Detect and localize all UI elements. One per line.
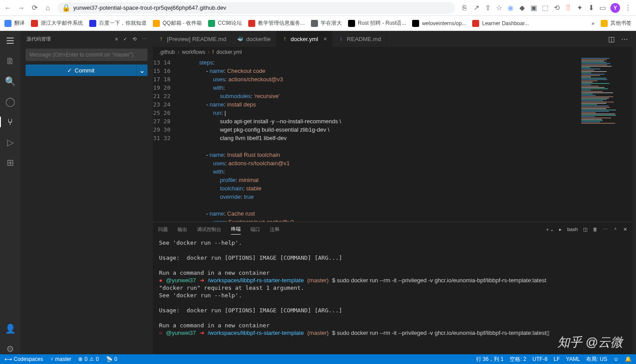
bookmark-item[interactable]: QQ邮箱 - 收件箱 xyxy=(153,19,202,27)
editor-area: ![Preview] README.md🐳dockerfile!docker.y… xyxy=(153,31,632,354)
ext6-icon[interactable]: ⦙⦙⦙ xyxy=(564,4,572,11)
download-icon[interactable]: ⬇ xyxy=(587,4,594,11)
encoding-status[interactable]: UTF-8 xyxy=(533,356,548,362)
bookmark-item[interactable]: 浙江大学邮件系统 xyxy=(31,19,83,27)
panel-tab[interactable]: 问题 xyxy=(158,224,168,235)
minimap[interactable] xyxy=(579,57,632,222)
layout-status[interactable]: 布局: US xyxy=(586,356,607,363)
forward-icon[interactable]: → xyxy=(18,4,25,11)
search-icon[interactable]: 🔍 xyxy=(5,76,15,87)
maximize-panel-icon[interactable]: ＾ xyxy=(613,226,618,233)
commit-button[interactable]: ✓ Commit xyxy=(26,64,136,76)
install-icon[interactable]: ⎘ xyxy=(461,4,468,11)
panel-tab[interactable]: 端口 xyxy=(250,224,260,235)
kill-terminal-icon[interactable]: 🗑 xyxy=(593,227,598,232)
panel-tab[interactable]: 调试控制台 xyxy=(197,224,221,235)
bookmark-item[interactable]: CC98论坛 xyxy=(208,19,242,27)
view-tree-icon[interactable]: ≡ xyxy=(115,36,118,42)
open-external-icon[interactable]: ↗ xyxy=(473,4,480,11)
settings-gear-icon[interactable]: ⚙ xyxy=(5,344,15,354)
bookmark-item[interactable]: Rust 招聘 - Rust语... xyxy=(348,19,406,27)
source-control-icon[interactable]: ⑂ xyxy=(0,117,20,127)
language-status[interactable]: YAML xyxy=(566,356,580,362)
close-panel-icon[interactable]: ✕ xyxy=(623,227,627,232)
new-terminal-icon[interactable]: ＋⌄ xyxy=(545,226,554,233)
extensions-panel-icon[interactable]: ⊞ xyxy=(5,157,15,168)
panel-tab[interactable]: 注释 xyxy=(270,224,280,235)
bookmark-item[interactable]: 百度一下，你就知道 xyxy=(89,19,147,27)
bookmark-item[interactable]: 学在浙大 xyxy=(311,19,342,27)
run-debug-icon[interactable]: ▷ xyxy=(5,137,15,148)
file-icon: 🐳 xyxy=(237,36,243,42)
breadcrumb-item[interactable]: workflows xyxy=(182,49,205,55)
home-icon[interactable]: ⌂ xyxy=(44,4,51,11)
indent-status[interactable]: 空格: 2 xyxy=(510,356,526,363)
ext4-icon[interactable]: ⬚ xyxy=(541,4,549,11)
branch-status[interactable]: ⑂ master xyxy=(50,356,72,362)
source-control-sidebar: 源代码管理 ≡ ✓ ⟲ ⋯ ✓ Commit ⌄ xyxy=(20,31,153,354)
commit-message-input[interactable] xyxy=(26,49,148,61)
editor-tab[interactable]: !docker.yml× xyxy=(276,31,333,47)
lock-icon: 🔒 xyxy=(63,4,70,11)
terminal-profile-icon[interactable]: ▸ xyxy=(559,227,562,232)
bookmarks-overflow-icon[interactable]: » xyxy=(591,20,594,27)
bookmark-item[interactable]: 其他书签 xyxy=(601,19,632,27)
split-editor-icon[interactable]: ◫ xyxy=(608,35,615,43)
notifications-icon[interactable]: 🔔 xyxy=(625,356,632,362)
cursor-position[interactable]: 行 36，列 1 xyxy=(476,356,504,363)
breadcrumb[interactable]: .github›workflows›! docker.yml xyxy=(153,47,632,57)
menu-icon[interactable]: ⋮ xyxy=(625,4,632,11)
eol-status[interactable]: LF xyxy=(554,356,560,362)
editor-tabs: ![Preview] README.md🐳dockerfile!docker.y… xyxy=(153,31,632,47)
panel-tab[interactable]: 输出 xyxy=(178,224,187,235)
bottom-panel: 问题输出调试控制台终端端口注释 ＋⌄ ▸ bash ◫ 🗑 ⋯ ＾ ✕ See … xyxy=(153,222,632,354)
extensions-icon[interactable]: ✦ xyxy=(576,4,583,11)
close-tab-icon[interactable]: × xyxy=(323,35,327,42)
breadcrumb-item[interactable]: docker.yml xyxy=(216,49,242,55)
reload-icon[interactable]: ⟳ xyxy=(31,4,38,11)
status-bar: ⟷ Codespaces ⑂ master ⊗ 0 ⚠ 0 📡 0 行 36，列… xyxy=(0,354,636,364)
codespaces-status[interactable]: ⟷ Codespaces xyxy=(4,356,43,362)
more-icon[interactable]: ⋯ xyxy=(142,36,147,42)
feedback-icon[interactable]: ☺ xyxy=(613,356,619,362)
refresh-icon[interactable]: ⟲ xyxy=(132,36,136,42)
panel-more-icon[interactable]: ⋯ xyxy=(603,227,608,232)
editor-tab[interactable]: 🐳dockerfile xyxy=(232,31,276,47)
reading-list-icon[interactable]: ▭ xyxy=(599,4,606,11)
ext2-icon[interactable]: ◆ xyxy=(519,4,526,11)
menu-toggle[interactable] xyxy=(5,35,15,46)
accounts-icon[interactable]: 👤 xyxy=(5,323,15,334)
terminal-output[interactable]: See 'docker run --help'. Usage: docker r… xyxy=(153,236,632,354)
split-terminal-icon[interactable]: ◫ xyxy=(583,227,587,232)
bookmark-item[interactable]: 教学管理信息服务... xyxy=(248,19,305,27)
right-rail xyxy=(632,31,636,354)
commit-check-icon[interactable]: ✓ xyxy=(123,36,127,42)
sidebar-title: 源代码管理 xyxy=(26,36,51,42)
panel-tab[interactable]: 终端 xyxy=(231,224,241,235)
editor-tab[interactable]: ![Preview] README.md xyxy=(153,31,232,47)
code-editor[interactable]: steps: - name: Checkout code uses: actio… xyxy=(178,57,579,222)
bookmark-item[interactable]: 翻译 xyxy=(4,19,25,27)
file-icon: i xyxy=(338,36,344,42)
star-icon[interactable]: ☆ xyxy=(496,4,503,11)
back-icon[interactable]: ← xyxy=(4,4,11,11)
terminal-shell-label[interactable]: bash xyxy=(567,227,578,232)
url-bar[interactable]: 🔒 yunwei37-potential-space-trout-rpr5qwj… xyxy=(57,2,455,14)
ext1-icon[interactable]: ◉ xyxy=(507,4,514,11)
line-gutter: 13 14 15 16 17 18 19 20 21 22 23 24 25 2… xyxy=(153,57,178,222)
editor-tab[interactable]: iREADME.md xyxy=(333,31,386,47)
problems-status[interactable]: ⊗ 0 ⚠ 0 xyxy=(78,356,98,362)
share-icon[interactable]: ⇪ xyxy=(484,4,491,11)
profile-avatar[interactable]: Y xyxy=(610,3,620,13)
commit-dropdown[interactable]: ⌄ xyxy=(136,64,148,76)
bookmark-item[interactable]: weloveinterns/op... xyxy=(412,20,466,27)
ext3-icon[interactable]: ▣ xyxy=(530,4,537,11)
explorer-icon[interactable]: 🗎 xyxy=(5,56,15,66)
breadcrumb-item[interactable]: .github xyxy=(159,49,175,55)
github-icon[interactable]: ◯ xyxy=(5,96,15,107)
ext5-icon[interactable]: ⟲ xyxy=(553,4,560,11)
tab-more-icon[interactable]: ⋯ xyxy=(621,35,628,43)
ports-status[interactable]: 📡 0 xyxy=(106,356,117,362)
activity-bar: 🗎 🔍 ◯ ⑂ ▷ ⊞ 👤 ⚙ xyxy=(0,31,20,354)
bookmark-item[interactable]: Learner Dashboar... xyxy=(472,20,529,27)
